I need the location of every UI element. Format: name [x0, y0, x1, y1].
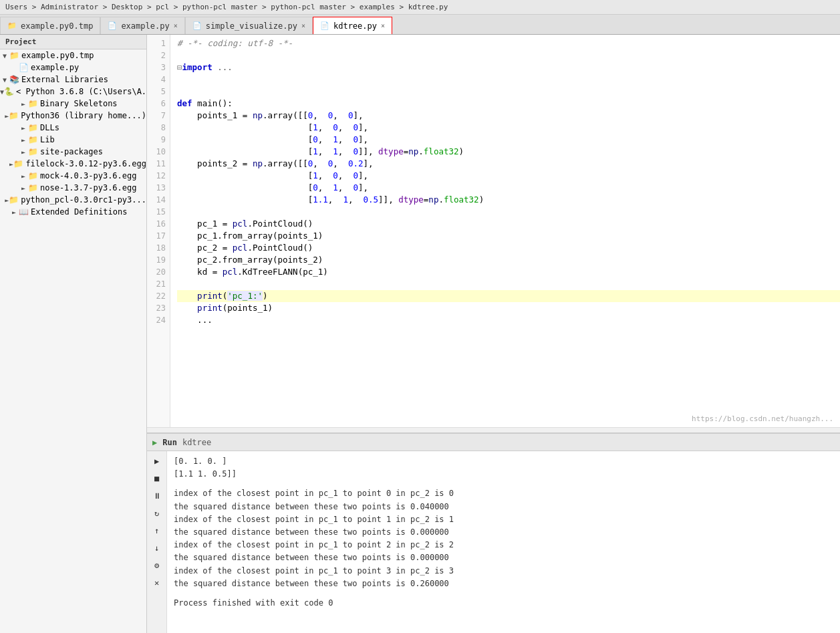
sidebar-item-lib[interactable]: ►📁Lib: [0, 134, 146, 146]
tree-label-binary-skeletons: Binary Skeletons: [40, 99, 118, 108]
sidebar-item-python36-library[interactable]: ►📁Python36 (library home...): [0, 110, 146, 122]
tab-icon-example-py0: 📁: [7, 21, 17, 30]
sidebar: Project ▼📁example.py0.tmp📄example.py▼📚Ex…: [0, 35, 147, 633]
sidebar-tree: ▼📁example.py0.tmp📄example.py▼📚External L…: [0, 49, 146, 218]
run-btn-close[interactable]: ✕: [150, 576, 164, 590]
sidebar-item-dlls[interactable]: ►📁DLLs: [0, 122, 146, 134]
line-num-2: 2: [147, 49, 170, 61]
code-line-19: pc_2.from_array(points_2): [177, 254, 840, 266]
sidebar-item-example-py0-tmp[interactable]: ▼📁example.py0.tmp: [0, 49, 146, 61]
tree-icon-python-pcl: 📁: [9, 195, 19, 205]
breadcrumb-text: Users > Administrator > Desktop > pcl > …: [5, 3, 448, 11]
tab-label-example-py0: example.py0.tmp: [21, 21, 93, 31]
sidebar-item-external-libs[interactable]: ▼📚External Libraries: [0, 74, 146, 86]
code-line-13: [0, 1, 0],: [177, 182, 840, 194]
run-btn-scroll-up[interactable]: ↑: [150, 523, 164, 538]
horizontal-scrollbar[interactable]: [147, 427, 840, 432]
tab-simple-visualize[interactable]: 📄simple_visualize.py×: [185, 17, 313, 34]
tree-label-example-py0-tmp: example.py0.tmp: [21, 51, 94, 60]
watermark-text: https://blog.csdn.net/huangzh...: [692, 414, 833, 423]
sidebar-title: Project: [5, 37, 36, 46]
line-num-18: 18: [147, 242, 170, 254]
tab-label-kdtree: kdtree.py: [333, 21, 377, 31]
sidebar-item-site-packages[interactable]: ►📁site-packages: [0, 146, 146, 158]
line-num-17: 17: [147, 230, 170, 242]
tree-label-example-py-file: example.py: [31, 63, 79, 72]
run-output[interactable]: [0. 1. 0. ][1.1 1. 0.5]] index of the cl…: [167, 451, 840, 633]
line-num-15: 15: [147, 206, 170, 218]
sidebar-header: Project: [0, 35, 146, 49]
run-icon: ▶: [152, 438, 157, 447]
tree-label-extended-defs: Extended Definitions: [31, 207, 128, 217]
tree-label-mock: mock-4.0.3-py3.6.egg: [40, 171, 137, 180]
line-num-20: 20: [147, 266, 170, 278]
code-line-15: [177, 206, 840, 218]
run-btn-play[interactable]: ▶: [150, 454, 164, 469]
code-line-18: pc_2 = pcl.PointCloud(): [177, 242, 840, 254]
tree-icon-example-py0-tmp: 📁: [9, 51, 19, 60]
tab-close-simple-visualize[interactable]: ×: [301, 22, 305, 29]
sidebar-item-nose[interactable]: ►📁nose-1.3.7-py3.6.egg: [0, 182, 146, 194]
sidebar-item-python-pcl[interactable]: ►📁python_pcl-0.3.0rc1-py3...: [0, 194, 146, 206]
line-num-13: 13: [147, 182, 170, 194]
line-num-10: 10: [147, 146, 170, 158]
tab-close-example-py[interactable]: ×: [174, 22, 178, 29]
tree-arrow-mock: ►: [19, 172, 28, 180]
output-line: [174, 590, 833, 597]
content-area: 123456789101112131415161718192021222324 …: [147, 35, 840, 633]
sidebar-item-python368[interactable]: ▼🐍< Python 3.6.8 (C:\Users\A...: [0, 86, 146, 98]
run-btn-settings[interactable]: ⚙: [150, 558, 164, 573]
sidebar-item-mock[interactable]: ►📁mock-4.0.3-py3.6.egg: [0, 170, 146, 182]
run-body: ▶■⏸↻↑↓⚙✕ [0. 1. 0. ][1.1 1. 0.5]] index …: [147, 451, 840, 633]
run-btn-scroll-down[interactable]: ↓: [150, 541, 164, 555]
code-editor[interactable]: 123456789101112131415161718192021222324 …: [147, 35, 840, 427]
tab-example-py0[interactable]: 📁example.py0.tmp: [0, 17, 100, 34]
code-line-22: print('pc_1:'): [177, 290, 840, 302]
tree-icon-site-packages: 📁: [28, 147, 38, 156]
run-header: ▶ Run kdtree: [147, 434, 840, 451]
output-line: [174, 481, 833, 487]
code-line-21: [177, 278, 840, 290]
tree-label-filelock: filelock-3.0.12-py3.6.egg: [25, 159, 146, 168]
run-panel: ▶ Run kdtree ▶■⏸↻↑↓⚙✕ [0. 1. 0. ][1.1 1.…: [147, 432, 840, 633]
tree-label-nose: nose-1.3.7-py3.6.egg: [40, 183, 137, 193]
code-line-12: [1, 0, 0],: [177, 170, 840, 182]
output-line: index of the closest point in pc_1 to po…: [174, 487, 833, 500]
output-line: the squared distance between these two p…: [174, 501, 833, 513]
code-line-7: points_1 = np.array([[0, 0, 0],: [177, 110, 840, 122]
tree-arrow-nose: ►: [19, 184, 28, 192]
line-numbers: 123456789101112131415161718192021222324: [147, 35, 170, 427]
tab-icon-kdtree: 📄: [320, 21, 329, 30]
line-num-16: 16: [147, 218, 170, 230]
tab-label-simple-visualize: simple_visualize.py: [206, 21, 297, 31]
sidebar-item-binary-skeletons[interactable]: ►📁Binary Skeletons: [0, 98, 146, 110]
line-num-22: 22: [147, 290, 170, 302]
code-line-4: [177, 74, 840, 86]
tree-icon-nose: 📁: [28, 183, 38, 193]
tree-icon-external-libs: 📚: [9, 75, 19, 84]
code-content: 123456789101112131415161718192021222324 …: [147, 35, 840, 427]
code-line-20: kd = pcl.KdTreeFLANN(pc_1): [177, 266, 840, 278]
line-num-24: 24: [147, 314, 170, 326]
sidebar-item-filelock[interactable]: ►📁filelock-3.0.12-py3.6.egg: [0, 158, 146, 170]
run-btn-pause[interactable]: ⏸: [150, 489, 164, 503]
code-line-2: [177, 49, 840, 61]
tree-label-dlls: DLLs: [40, 123, 59, 132]
output-line: [1.1 1. 0.5]]: [174, 468, 833, 481]
tab-bar: 📁example.py0.tmp📄example.py×📄simple_visu…: [0, 15, 840, 35]
breadcrumb-bar: Users > Administrator > Desktop > pcl > …: [0, 0, 840, 15]
tree-arrow-example-py0-tmp: ▼: [0, 52, 9, 59]
sidebar-item-example-py-file[interactable]: 📄example.py: [0, 61, 146, 74]
tree-arrow-lib: ►: [19, 136, 28, 144]
code-lines: # -*- coding: utf-8 -*- ⊟import ... def …: [170, 35, 840, 427]
code-line-23: print(points_1): [177, 302, 840, 314]
line-num-19: 19: [147, 254, 170, 266]
run-btn-rerun[interactable]: ↻: [150, 506, 164, 521]
line-num-4: 4: [147, 74, 170, 86]
tree-icon-lib: 📁: [28, 135, 38, 144]
tab-kdtree[interactable]: 📄kdtree.py×: [313, 17, 392, 34]
tab-example-py[interactable]: 📄example.py×: [100, 17, 184, 34]
sidebar-item-extended-defs[interactable]: ►📖Extended Definitions: [0, 206, 146, 218]
tab-close-kdtree[interactable]: ×: [381, 22, 385, 29]
run-btn-stop[interactable]: ■: [150, 471, 164, 486]
